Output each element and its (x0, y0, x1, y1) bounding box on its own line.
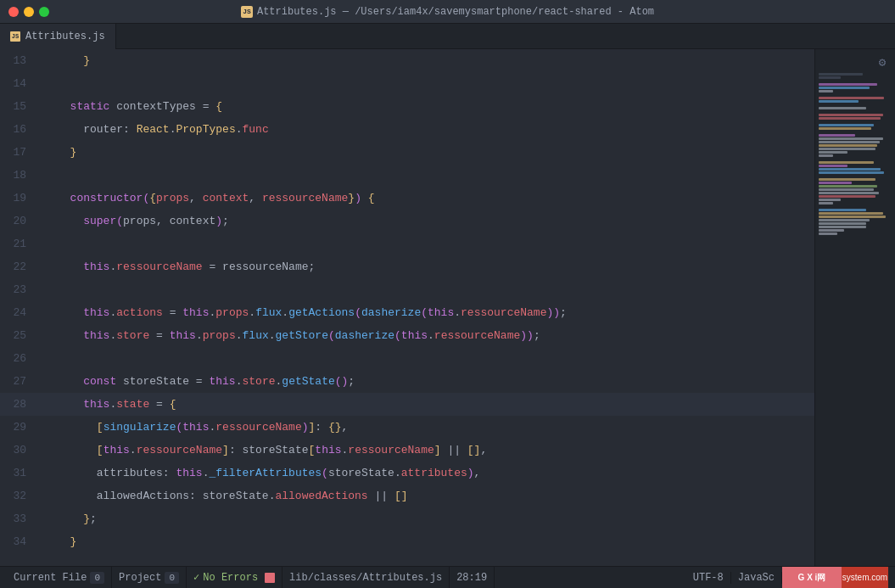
minimap-content (815, 71, 895, 238)
encoding-label: UTF-8 (693, 572, 724, 584)
line-content-19: constructor({props, context, ressourceNa… (53, 187, 375, 210)
minimize-button[interactable] (24, 7, 34, 17)
line-num-17: 17 (0, 141, 38, 164)
status-project[interactable]: Project 0 (112, 567, 187, 588)
status-current-file[interactable]: Current File 0 (7, 567, 112, 588)
mini-line (819, 182, 852, 184)
line-num-24: 24 (0, 301, 38, 324)
titlebar: JS Attributes.js — /Users/iam4x/savemysm… (0, 0, 895, 24)
code-line-17: 17 } (0, 141, 814, 164)
code-line-23: 23 (0, 278, 814, 301)
status-no-errors[interactable]: ✓ No Errors (187, 567, 282, 588)
line-content-17: } (53, 141, 76, 164)
code-line-30: 30 [this.ressourceName]: storeState[this… (0, 439, 814, 462)
line-num-13: 13 (0, 49, 38, 72)
tab-attributes-js[interactable]: JS Attributes.js (0, 24, 116, 49)
line-content-20: super(props, context); (53, 210, 229, 232)
line-num-21: 21 (0, 232, 38, 255)
line-num-22: 22 (0, 255, 38, 278)
line-num-28: 28 (0, 393, 38, 416)
mini-line (819, 171, 884, 174)
code-line-16: 16 router: React.PropTypes.func (0, 118, 814, 141)
code-line-22: 22 this.ressourceName = ressourceName; (0, 255, 814, 278)
line-num-32: 32 (0, 484, 38, 507)
mini-line (819, 97, 884, 99)
mini-line (819, 134, 855, 137)
code-line-34: 34 } (0, 530, 814, 553)
checkmark-icon: ✓ (193, 571, 199, 584)
mini-line (819, 144, 877, 147)
status-language[interactable]: JavaSc (731, 572, 782, 584)
code-line-32: 32 allowedActions: storeState.allowedAct… (0, 484, 814, 507)
tab-label: Attributes.js (25, 31, 105, 42)
no-errors-label: No Errors (203, 572, 258, 584)
file-path-label: lib/classes/Attributes.js (289, 572, 442, 584)
mini-line (819, 226, 866, 228)
current-file-badge: 0 (90, 572, 104, 584)
window-title: JS Attributes.js — /Users/iam4x/savemysm… (241, 6, 654, 18)
code-line-26: 26 (0, 347, 814, 370)
line-num-15: 15 (0, 95, 38, 118)
line-content-27: const storeState = this.store.getState()… (53, 370, 355, 393)
code-line-21: 21 (0, 232, 814, 255)
code-line-24: 24 this.actions = this.props.flux.getAct… (0, 301, 814, 324)
line-num-19: 19 (0, 187, 38, 210)
code-lines: 13 } 14 15 static contextTypes = { 16 (0, 49, 814, 553)
mini-line (819, 107, 866, 109)
code-editor[interactable]: 13 } 14 15 static contextTypes = { 16 (0, 49, 814, 566)
line-num-26: 26 (0, 347, 38, 370)
title-file-icon: JS (241, 6, 253, 18)
cursor-position: 28:19 (456, 572, 487, 584)
line-num-27: 27 (0, 370, 38, 393)
line-num-29: 29 (0, 416, 38, 439)
status-encoding[interactable]: UTF-8 (686, 572, 731, 584)
gutter-13 (38, 59, 53, 64)
project-badge: 0 (165, 572, 179, 584)
line-content-28: this.state = { (53, 393, 176, 416)
line-content-22: this.ressourceName = ressourceName; (53, 255, 315, 278)
code-line-28: 28 this.state = { (0, 393, 814, 416)
mini-line (819, 161, 874, 164)
tab-file-icon: JS (10, 31, 20, 42)
code-line-31: 31 attributes: this._filterAttributes(st… (0, 462, 814, 484)
status-file-path[interactable]: lib/classes/Attributes.js (282, 567, 450, 588)
line-num-23: 23 (0, 278, 38, 301)
line-content-13: } (53, 49, 90, 72)
mini-line (819, 114, 883, 116)
gear-icon[interactable]: ⚙ (875, 54, 890, 70)
line-content-25: this.store = this.props.flux.getStore(da… (53, 324, 540, 347)
line-num-33: 33 (0, 507, 38, 530)
statusbar: Current File 0 Project 0 ✓ No Errors lib… (0, 566, 895, 588)
main-area: 13 } 14 15 static contextTypes = { 16 (0, 49, 895, 566)
close-button[interactable] (8, 7, 19, 17)
line-content-33: }; (53, 507, 97, 530)
code-line-18: 18 (0, 164, 814, 187)
line-num-31: 31 (0, 462, 38, 484)
line-num-16: 16 (0, 118, 38, 141)
mini-line (819, 76, 841, 79)
maximize-button[interactable] (39, 7, 49, 17)
line-content-30: [this.ressourceName]: storeState[this.re… (53, 439, 487, 462)
mini-line (819, 212, 883, 215)
mini-line (819, 148, 875, 150)
line-num-34: 34 (0, 530, 38, 553)
code-line-13: 13 } (0, 49, 814, 72)
line-content-34: } (53, 530, 76, 553)
code-line-15: 15 static contextTypes = { (0, 95, 814, 118)
line-content-24: this.actions = this.props.flux.getAction… (53, 301, 567, 324)
system-label: system.com (842, 567, 888, 589)
mini-line (819, 202, 833, 204)
mini-line (819, 154, 833, 157)
project-label: Project (119, 572, 161, 584)
status-cursor-pos[interactable]: 28:19 (450, 567, 495, 588)
gxi-brand: G X i网 (782, 567, 842, 589)
language-label: JavaSc (738, 572, 775, 584)
line-content-15: static contextTypes = { (53, 95, 222, 118)
mini-line (819, 195, 875, 198)
line-num-25: 25 (0, 324, 38, 347)
mini-line (819, 165, 847, 167)
mini-line (819, 222, 866, 225)
line-num-14: 14 (0, 72, 38, 95)
window-controls[interactable] (8, 7, 49, 17)
code-line-20: 20 super(props, context); (0, 210, 814, 232)
